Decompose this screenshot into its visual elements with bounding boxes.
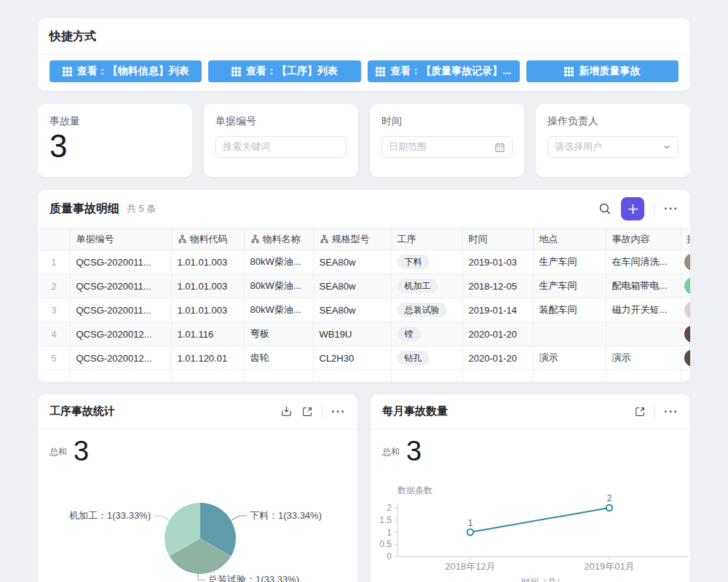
table-row[interactable]: 4QCSG-2020012...1.01.116弯板WB19U镗2020-01-… (38, 322, 690, 346)
chevron-down-icon (662, 143, 671, 151)
table-count: 共 5 条 (127, 202, 156, 215)
pie-total-label: 总和 (50, 446, 67, 462)
pie-card-title: 工序事故统计 (50, 404, 115, 418)
shortcut-button[interactable]: 新增质量事故 (526, 60, 678, 82)
grid-icon (232, 67, 241, 76)
pie-label: 机加工：1(33.33%) (69, 510, 151, 521)
add-record-button[interactable] (621, 197, 644, 220)
cell-operator (681, 250, 690, 274)
row-index: 3 (38, 298, 70, 322)
pie-label: 下料：1(33.34%) (250, 510, 322, 521)
shortcut-button-label: 新增质量事故 (579, 65, 640, 78)
cell-location: 生产车间 (533, 250, 606, 274)
cell-date: 2018-12-05 (462, 274, 533, 298)
shortcut-button-label: 查看：【工序】列表 (246, 65, 338, 78)
table-row[interactable]: 3QCSG-2020011...1.01.01.00380kW柴油...SEA8… (38, 298, 690, 322)
table-row[interactable]: 5QCSG-2020012...1.01.120.01齿轮CL2H30钻孔202… (38, 346, 690, 370)
data-point[interactable] (467, 529, 473, 535)
cell-location: 演示 (533, 346, 606, 370)
pie-label-line (154, 516, 170, 521)
pie-total-value: 3 (74, 440, 88, 462)
process-pie-chart: 下料：1(33.34%)总装试验：1(33.33%)机加工：1(33.33%) (38, 480, 357, 582)
y-tick-label: 1.5 (379, 515, 392, 525)
data-point[interactable] (606, 505, 612, 511)
shortcut-button[interactable]: 查看：【质量事故记录】... (368, 60, 520, 82)
monthly-line-card: 每月事故数量 ··· 总和 3 00.511.52数据条数2018年12月201… (371, 394, 690, 582)
download-icon[interactable] (280, 405, 293, 418)
incident-table-head-row: 单据编号物料代码物料名称规格型号工序时间地点事故内容操作负责人 (38, 228, 690, 250)
cell-content (606, 322, 681, 346)
pie-more-button[interactable]: ··· (331, 408, 346, 415)
doc-number-placeholder: 搜索关键词 (223, 140, 270, 154)
line-more-button[interactable]: ··· (664, 408, 678, 415)
cell-process: 机加工 (391, 274, 462, 298)
pie-label-line (231, 516, 247, 521)
line-total-value: 3 (406, 440, 421, 462)
column-header-label: 时间 (469, 233, 488, 246)
monthly-line-chart: 00.511.52数据条数2018年12月2019年01月时间（月）12 (371, 480, 690, 582)
column-header[interactable]: 时间 (462, 228, 533, 250)
grid-icon (376, 67, 385, 76)
row-index: 2 (38, 274, 70, 298)
data-point-label: 2 (607, 493, 612, 503)
more-actions-button[interactable]: ··· (664, 205, 678, 212)
x-axis-title: 时间（月） (521, 577, 565, 582)
date-range-input[interactable]: 日期范围 (381, 136, 513, 158)
divider (654, 406, 655, 418)
line-card-header: 每月事故数量 ··· (371, 394, 690, 429)
column-header[interactable]: 规格型号 (313, 228, 391, 250)
shortcut-button-label: 查看：【物料信息】列表 (77, 65, 189, 78)
dashboard-page: 快捷方式 查看：【物料信息】列表查看：【工序】列表查看：【质量事故记录】...新… (0, 0, 728, 582)
expand-icon[interactable] (301, 406, 313, 418)
cell-operator (681, 274, 690, 298)
charts-row: 工序事故统计 ··· 总和 3 下料：1(33.34%)总装试验：1(33.33… (38, 394, 690, 582)
y-tick-label: 0.5 (379, 539, 392, 549)
column-header[interactable]: 事故内容 (606, 228, 681, 250)
time-filter-card: 时间 日期范围 (370, 104, 524, 177)
doc-number-input[interactable]: 搜索关键词 (215, 136, 347, 158)
table-row[interactable]: 1QCSG-2020011...1.01.01.00380kW柴油...SEA8… (38, 250, 690, 274)
pie-card-header: 工序事故统计 ··· (38, 394, 357, 429)
cell-process: 镗 (391, 322, 462, 346)
shortcut-button[interactable]: 查看：【工序】列表 (208, 60, 360, 82)
y-tick-label: 1 (387, 527, 392, 538)
table-row[interactable]: 2QCSG-2020011...1.01.01.00380kW柴油...SEA8… (38, 274, 690, 298)
cell-material-name: 弯板 (244, 322, 313, 346)
column-header[interactable]: 工序 (391, 228, 462, 250)
cell-location: 装配车间 (533, 298, 606, 322)
divider (654, 203, 654, 215)
column-header[interactable]: 物料代码 (171, 228, 244, 250)
cell-location (533, 322, 606, 346)
column-header-label: 操作负责人 (687, 233, 691, 246)
process-tag: 钻孔 (397, 351, 430, 365)
column-header-label: 地点 (539, 233, 558, 246)
expand-icon[interactable] (634, 406, 646, 418)
calendar-icon (494, 142, 505, 153)
row-index-header (38, 228, 70, 250)
table-titlebar: 质量事故明细 共 5 条 ··· (38, 190, 690, 228)
column-header[interactable]: 地点 (533, 228, 606, 250)
process-tag: 总装试验 (397, 303, 447, 317)
cell-date: 2019-01-14 (462, 298, 533, 322)
shortcut-button[interactable]: 查看：【物料信息】列表 (50, 60, 202, 82)
cell-material-code: 1.01.120.01 (171, 346, 244, 370)
shortcuts-title: 快捷方式 (38, 18, 690, 55)
column-header[interactable]: 单据编号 (70, 228, 171, 250)
column-header-label: 事故内容 (612, 233, 650, 246)
operator-avatar (684, 277, 691, 295)
search-icon[interactable] (598, 202, 612, 215)
column-header-label: 工序 (397, 233, 416, 246)
pie-label: 总装试验：1(33.33%) (207, 574, 299, 582)
table-title: 质量事故明细 (50, 202, 119, 217)
grid-icon (564, 67, 574, 76)
cell-material-code: 1.01.01.003 (171, 274, 244, 298)
column-header[interactable]: 操作负责人 (681, 228, 690, 250)
cell-spec: WB19U (313, 322, 391, 346)
cell-date: 2020-01-20 (462, 346, 533, 370)
x-tick-label: 2019年01月 (584, 561, 634, 572)
operator-select[interactable]: 请选择用户 (547, 136, 678, 158)
cell-date: 2020-01-20 (462, 322, 533, 346)
cell-doc-no: QCSG-2020012... (70, 346, 171, 370)
column-header[interactable]: 物料名称 (244, 228, 313, 250)
cell-date: 2019-01-03 (462, 250, 533, 274)
